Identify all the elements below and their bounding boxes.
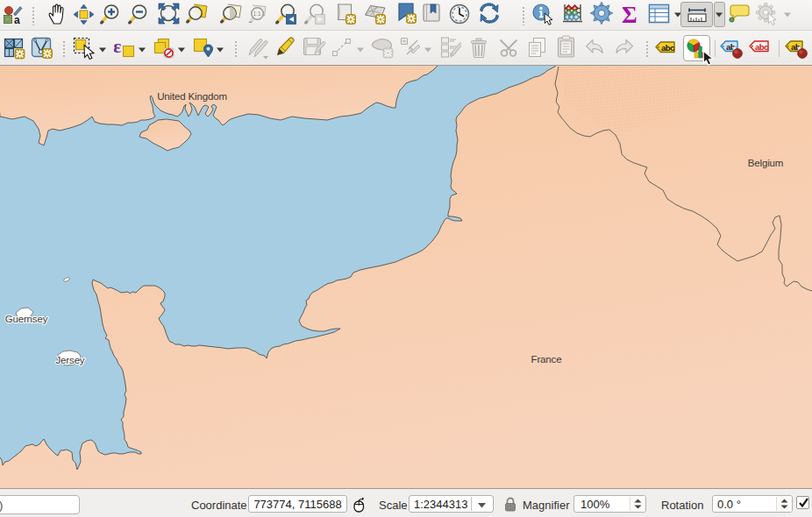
svg-text:ε: ε <box>114 38 121 57</box>
svg-text:Guernsey: Guernsey <box>5 314 48 324</box>
svg-text:United Kingdom: United Kingdom <box>157 91 227 102</box>
svg-text:France: France <box>531 354 562 365</box>
svg-text:abc: abc <box>661 43 674 53</box>
svg-text:Belgium: Belgium <box>748 158 784 168</box>
svg-text:abc: abc <box>755 42 768 52</box>
svg-text:1:1: 1:1 <box>253 11 261 17</box>
svg-text:Σ: Σ <box>622 2 637 26</box>
svg-text:a: a <box>14 14 20 25</box>
svg-text:Jersey: Jersey <box>56 355 85 365</box>
